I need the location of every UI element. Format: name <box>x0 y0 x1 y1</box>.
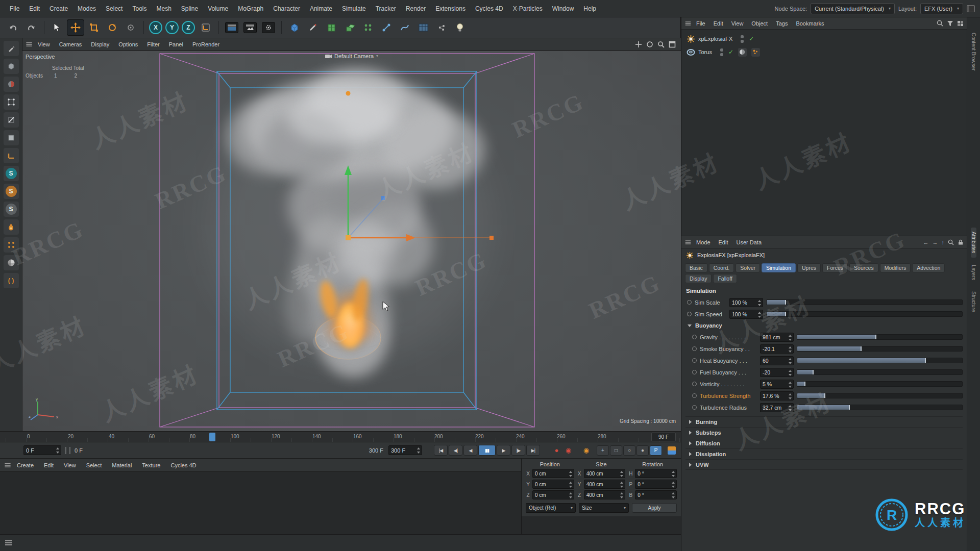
value-stepper[interactable] <box>757 300 762 306</box>
value-stepper[interactable] <box>788 358 792 364</box>
attr-menu-mode[interactable]: Mode <box>693 238 714 246</box>
buoyancy-group-header[interactable]: Buoyancy <box>685 320 963 331</box>
section-diffusion[interactable]: Diffusion <box>685 438 963 448</box>
visibility-dots-icon[interactable] <box>720 48 723 56</box>
view-label[interactable]: Perspective <box>26 54 55 60</box>
tab-sources[interactable]: Sources <box>849 263 878 272</box>
timeline-scrubber[interactable] <box>209 433 215 441</box>
autokey-button[interactable]: ◉ <box>562 445 574 456</box>
undo-button[interactable] <box>4 19 21 36</box>
om-menu-view[interactable]: View <box>728 19 747 28</box>
om-menu-edit[interactable]: Edit <box>710 19 727 28</box>
record-button[interactable]: ● <box>551 445 562 456</box>
tab-modifiers[interactable]: Modifiers <box>880 263 911 272</box>
phong-tag-icon[interactable] <box>738 48 747 57</box>
keyframe-dot-icon[interactable] <box>687 312 692 316</box>
layout-panes-icon[interactable] <box>967 5 975 12</box>
node-space-dropdown[interactable]: Current (Standard/Physical) ▾ <box>811 3 895 14</box>
value-stepper[interactable] <box>788 393 792 399</box>
om-menu-tags[interactable]: Tags <box>772 19 791 28</box>
pen-mode-button[interactable] <box>4 41 19 56</box>
size-z-field[interactable]: 400 cm <box>584 490 626 499</box>
vp-menu-prorender[interactable]: ProRender <box>188 40 224 49</box>
keyframe-dot-icon[interactable] <box>692 370 697 374</box>
tab-advection[interactable]: Advection <box>912 263 945 272</box>
render-settings-button[interactable] <box>260 19 277 36</box>
menu-render[interactable]: Render <box>401 3 430 14</box>
fuel-buoyancy-field[interactable]: -20 <box>760 368 794 377</box>
zoom-view-icon[interactable] <box>657 41 665 48</box>
section-uvw[interactable]: UVW <box>685 459 963 470</box>
x-axis-lock-button[interactable]: X <box>149 21 162 34</box>
frame-range-box[interactable]: 90 F <box>651 433 676 441</box>
vorticity-slider[interactable] <box>797 381 963 387</box>
value-stepper[interactable] <box>569 482 573 488</box>
menu-window[interactable]: Window <box>548 3 579 14</box>
value-stepper[interactable] <box>620 471 624 477</box>
value-stepper[interactable] <box>620 482 624 488</box>
side-tab-attributes[interactable]: Attributes <box>971 228 976 257</box>
filter-icon[interactable] <box>947 20 953 27</box>
turbulence-radius-slider[interactable] <box>797 405 963 410</box>
extrude-button[interactable] <box>341 19 358 36</box>
tab-coord[interactable]: Coord. <box>709 263 734 272</box>
keyframe-dot-icon[interactable] <box>692 358 697 363</box>
side-tab-layers[interactable]: Layers <box>971 261 976 284</box>
menu-modes[interactable]: Modes <box>73 3 101 14</box>
checker-material-button[interactable] <box>4 255 19 270</box>
keyframe-dot-icon[interactable] <box>692 346 697 351</box>
emitter-top-handle[interactable] <box>346 91 351 96</box>
group-preset-button[interactable]: ( ) <box>4 273 19 288</box>
workplane-mode-button[interactable] <box>4 148 19 163</box>
gravity-slider[interactable] <box>797 334 963 340</box>
xpresso-teal-button[interactable]: S <box>4 166 19 181</box>
menu-icon[interactable] <box>685 240 691 244</box>
search-icon[interactable] <box>937 20 943 27</box>
value-stepper[interactable] <box>569 471 573 477</box>
value-stepper[interactable] <box>788 405 792 411</box>
section-dissipation[interactable]: Dissipation <box>685 448 963 459</box>
xpresso-gray-button[interactable]: S <box>4 202 19 217</box>
texture-mode-button[interactable] <box>4 77 19 92</box>
visibility-dots-icon[interactable] <box>741 35 744 43</box>
menu-icon[interactable] <box>5 540 12 545</box>
snap-settings-button[interactable] <box>433 19 450 36</box>
om-menu-bookmarks[interactable]: Bookmarks <box>792 19 827 28</box>
coord-size-dropdown[interactable]: Size▾ <box>579 503 629 513</box>
value-stepper[interactable] <box>671 492 675 498</box>
menu-animate[interactable]: Animate <box>305 3 337 14</box>
jump-end-button[interactable]: ▶| <box>526 445 540 456</box>
parent-up-icon[interactable]: ↑ <box>942 239 945 245</box>
section-substeps[interactable]: Substeps <box>685 427 963 438</box>
apply-button[interactable]: Apply <box>632 503 677 513</box>
mat-menu-cycles4d[interactable]: Cycles 4D <box>166 460 201 470</box>
value-stepper[interactable] <box>788 370 792 376</box>
keyframe-dot-icon[interactable] <box>692 405 697 410</box>
edge-mode-button[interactable] <box>4 112 19 128</box>
keyframe-selection-button[interactable]: ◉ <box>580 445 592 456</box>
om-menu-object[interactable]: Object <box>748 19 771 28</box>
value-stepper[interactable] <box>757 312 762 318</box>
menu-spline[interactable]: Spline <box>177 3 203 14</box>
record-scale-toggle[interactable]: □ <box>610 445 622 456</box>
vp-menu-cameras[interactable]: Cameras <box>55 40 86 49</box>
history-forward-icon[interactable]: → <box>933 239 938 245</box>
point-mode-button[interactable] <box>4 94 19 110</box>
brush-tool-button[interactable] <box>304 19 322 36</box>
menu-tracker[interactable]: Tracker <box>371 3 401 14</box>
tab-solver[interactable]: Solver <box>736 263 760 272</box>
menu-edit[interactable]: Edit <box>24 3 44 14</box>
material-list-area[interactable] <box>0 472 521 534</box>
record-parameter-toggle[interactable]: P <box>650 445 662 456</box>
gizmo-center-handle[interactable] <box>346 235 351 240</box>
keyframe-dot-icon[interactable] <box>692 335 697 339</box>
menu-character[interactable]: Character <box>268 3 305 14</box>
om-menu-file[interactable]: File <box>693 19 709 28</box>
menu-tools[interactable]: Tools <box>128 3 151 14</box>
rotation-h-field[interactable]: 0 ° <box>635 469 677 478</box>
smoke-buoyancy-field[interactable]: -20.1 <box>760 344 794 354</box>
attr-menu-userdata[interactable]: User Data <box>733 238 766 246</box>
tab-simulation[interactable]: Simulation <box>762 263 796 272</box>
spline-pen-button[interactable] <box>396 19 413 36</box>
sim-speed-field[interactable]: 100 % <box>729 310 763 319</box>
